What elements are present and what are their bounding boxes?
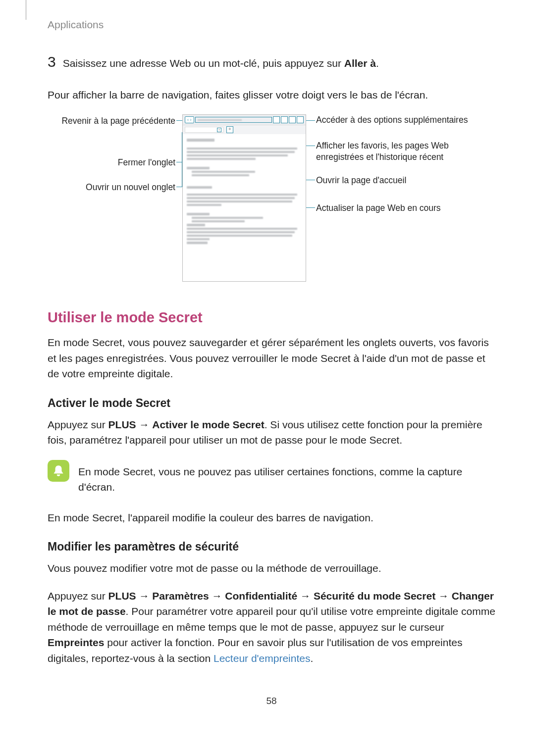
more-icon — [297, 116, 304, 123]
callout-more-options: Accéder à des options supplémentaires — [316, 114, 480, 126]
menu-activate-secret: Activer le mode Secret — [152, 419, 264, 430]
text: . — [310, 653, 313, 664]
security-p1: Vous pouvez modifier votre mot de passe … — [48, 560, 495, 576]
text: Appuyez sur — [48, 419, 108, 430]
step-3: 3 Saisissez une adresse Web ou un mot-cl… — [48, 53, 495, 71]
heading-activate: Activer le mode Secret — [48, 397, 495, 410]
heading-security: Modifier les paramètres de sécurité — [48, 540, 495, 554]
note-text: En mode Secret, vous ne pouvez pas utili… — [78, 464, 495, 495]
arrow-icon: → — [435, 590, 452, 602]
home-icon — [281, 116, 288, 123]
note-block: En mode Secret, vous ne pouvez pas utili… — [48, 460, 495, 499]
menu-plus: PLUS — [108, 419, 136, 430]
menu-plus: PLUS — [108, 590, 136, 602]
callout-refresh: Actualiser la page Web en cours — [316, 202, 480, 214]
new-tab-icon: + — [226, 126, 233, 133]
back-forward-icon: ‹ › — [185, 116, 194, 123]
arrow-icon: → — [136, 590, 153, 602]
section-divider — [26, 0, 26, 20]
link-fingerprint-reader[interactable]: Lecteur d'empreintes — [214, 653, 310, 664]
secret-mode-desc: En mode Secret, vous pouvez sauvegarder … — [48, 335, 495, 382]
callout-new-tab: Ouvrir un nouvel onglet — [49, 182, 175, 193]
heading-secret-mode: Utiliser le mode Secret — [48, 309, 495, 326]
arrow-icon: → — [136, 419, 153, 430]
phone-mockup: ‹ › × + — [182, 114, 306, 282]
browser-diagram: Revenir à la page précédente Fermer l'on… — [49, 114, 494, 288]
callout-close-tab: Fermer l'onglet — [49, 157, 175, 168]
menu-privacy: Confidentialité — [225, 590, 297, 602]
note-bell-icon — [48, 460, 69, 482]
activate-instruction: Appuyez sur PLUS → Activer le mode Secre… — [48, 417, 495, 448]
page-number: 58 — [48, 696, 495, 706]
section-header: Applications — [48, 19, 495, 31]
callout-prev-page: Revenir à la page précédente — [49, 115, 175, 127]
close-tab-icon: × — [217, 128, 221, 132]
menu-settings: Paramètres — [152, 590, 209, 602]
nav-bar-instruction: Pour afficher la barre de navigation, fa… — [48, 87, 495, 103]
step-number: 3 — [48, 53, 56, 70]
bookmark-icon — [289, 116, 296, 123]
address-bar — [195, 117, 272, 123]
page-content-placeholder — [183, 134, 306, 249]
text: Appuyez sur — [48, 590, 108, 602]
step-text: Saisissez une adresse Web ou un mot-clé,… — [63, 55, 379, 71]
callout-bookmarks: Afficher les favoris, les pages Web enre… — [316, 140, 480, 163]
step-text-suffix: . — [376, 57, 379, 69]
menu-secret-security: Sécurité du mode Secret — [314, 590, 435, 602]
arrow-icon: → — [209, 590, 225, 602]
step-text-prefix: Saisissez une adresse Web ou un mot-clé,… — [63, 57, 344, 69]
callout-home-page: Ouvrir la page d'accueil — [316, 175, 480, 186]
toggle-fingerprints: Empreintes — [48, 637, 104, 648]
browser-tab: × — [185, 127, 223, 133]
step-text-bold: Aller à — [344, 57, 376, 69]
secret-navbar-color: En mode Secret, l'appareil modifie la co… — [48, 510, 495, 526]
refresh-icon — [273, 116, 280, 123]
browser-toolbar: ‹ › — [183, 115, 306, 125]
tab-bar: × + — [183, 125, 306, 134]
security-instruction: Appuyez sur PLUS → Paramètres → Confiden… — [48, 588, 495, 666]
arrow-icon: → — [297, 590, 314, 602]
